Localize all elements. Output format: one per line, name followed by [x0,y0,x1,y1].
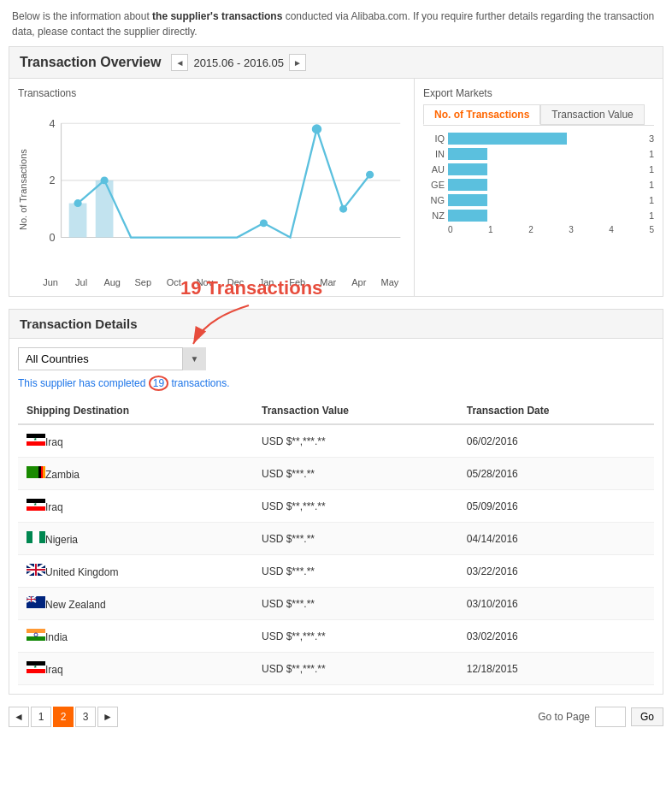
page-3-button[interactable]: 3 [75,707,96,727]
bar-x-4: 4 [609,225,614,234]
cell-date-6: 03/02/2016 [458,620,654,653]
cell-destination-1: Zambia [18,458,253,490]
country-select[interactable]: All Countries [18,347,206,370]
bar-x-1: 1 [488,225,493,234]
page-1-button[interactable]: 1 [31,707,51,727]
filter-row: All Countries ▼ [18,347,654,370]
intro-text: Below is the information about the suppl… [0,0,672,46]
transactions-table: Shipping Destination Transaction Value T… [18,398,654,685]
cell-value-5: USD $***.** [253,588,458,620]
bar-fill-au [448,163,487,175]
cell-date-3: 04/14/2016 [458,523,654,555]
cell-value-6: USD $**,***.** [253,620,458,653]
bar-x-0: 0 [448,225,453,234]
x-label-jul: Jul [66,277,97,287]
bar-row-iq: IQ 3 [423,133,654,145]
table-row: Nigeria USD $***.** 04/14/2016 [18,523,654,555]
bar-fill-nz [448,210,487,222]
bar-value-iq: 3 [649,133,654,144]
cell-destination-7: ★Iraq [18,653,253,685]
details-body: 19 Transactions All Countries ▼ This [9,339,663,695]
table-row: ★Iraq USD $**,***.** 12/18/2015 [18,653,654,685]
bar-fill-in [448,148,487,160]
svg-rect-9 [96,180,114,238]
chart-area: No. of Transactions 4 2 0 [18,104,405,275]
next-page-button[interactable]: ► [97,707,118,727]
cell-date-7: 12/18/2015 [458,653,654,685]
svg-rect-38 [27,569,45,571]
bar-container-au [448,163,645,175]
bar-row-au: AU 1 [423,163,654,175]
bar-container-ge [448,179,645,191]
cell-destination-6: India [18,620,253,653]
bar-container-in [448,148,645,160]
cell-destination-5: New Zealand [18,588,253,620]
svg-rect-27 [27,506,45,511]
goto-row: Go to Page Go [538,707,663,727]
bar-country-nz: NZ [423,210,445,221]
svg-rect-53 [27,669,45,673]
overview-title: Transaction Overview [20,55,161,70]
x-label-apr: Apr [344,277,374,287]
bar-country-au: AU [423,164,445,175]
table-row: ★Iraq USD $**,***.** 06/02/2016 [18,424,654,458]
svg-rect-29 [27,531,32,543]
svg-point-14 [339,205,347,213]
x-label-oct: Oct [158,277,189,287]
tab-transactions[interactable]: No. of Transactions [423,104,540,125]
svg-rect-49 [27,636,45,641]
bar-value-nz: 1 [649,210,654,221]
col-destination: Shipping Destination [18,398,253,424]
goto-label: Go to Page [538,711,590,723]
table-row: Zambia USD $***.** 05/28/2016 [18,458,654,490]
em-title: Export Markets [423,87,654,99]
chart-inner: 4 2 0 [32,104,405,275]
cell-destination-0: ★Iraq [18,424,253,458]
svg-text:4: 4 [50,118,56,130]
go-button[interactable]: Go [631,707,663,726]
details-section: Transaction Details 19 Transactions All … [9,309,663,695]
cell-value-1: USD $***.** [253,458,458,490]
prev-page-button[interactable]: ◄ [9,707,29,727]
page-2-button[interactable]: 2 [53,707,74,727]
cell-value-4: USD $***.** [253,555,458,588]
chart-label: Transactions [18,87,405,99]
prev-date-button[interactable]: ◄ [171,54,188,71]
table-row: ★Iraq USD $**,***.** 05/09/2016 [18,490,654,523]
cell-destination-3: Nigeria [18,523,253,555]
bar-value-ge: 1 [649,180,654,190]
bar-row-ge: GE 1 [423,179,654,191]
completed-post: transactions. [168,377,229,389]
pagination-row: ◄ 1 2 3 ► Go to Page Go [9,707,663,727]
em-tabs: No. of Transactions Transaction Value [423,104,654,126]
table-header-row: Shipping Destination Transaction Value T… [18,398,654,424]
col-date: Transaction Date [458,398,654,424]
svg-rect-31 [39,531,45,543]
x-label-mar: Mar [313,277,344,287]
page-btns: ◄ 1 2 3 ► [9,707,118,727]
details-header: Transaction Details [9,309,663,339]
svg-rect-30 [32,531,39,543]
svg-rect-8 [69,204,87,238]
select-wrapper: All Countries ▼ [18,347,206,370]
bar-value-au: 1 [649,164,654,175]
goto-input[interactable] [595,707,626,727]
x-label-jan: Jan [251,277,282,287]
intro-bold: the supplier's transactions [152,10,282,22]
bar-country-ng: NG [423,195,445,205]
details-title: Transaction Details [20,317,138,331]
x-label-nov: Nov [189,277,220,287]
cell-value-0: USD $**,***.** [253,424,458,458]
cell-date-4: 03/22/2016 [458,555,654,588]
next-date-button[interactable]: ► [289,54,306,71]
svg-text:0: 0 [50,232,56,244]
x-label-jun: Jun [35,277,66,287]
x-label-aug: Aug [97,277,127,287]
table-row: New Zealand USD $***.** 03/10/2016 [18,588,654,620]
line-chart-svg: 4 2 0 [32,104,405,275]
overview-header: Transaction Overview ◄ 2015.06 - 2016.05… [9,46,663,79]
tab-value[interactable]: Transaction Value [540,104,644,125]
cell-date-5: 03/10/2016 [458,588,654,620]
cell-destination-2: ★Iraq [18,490,253,523]
x-label-sep: Sep [127,277,158,287]
